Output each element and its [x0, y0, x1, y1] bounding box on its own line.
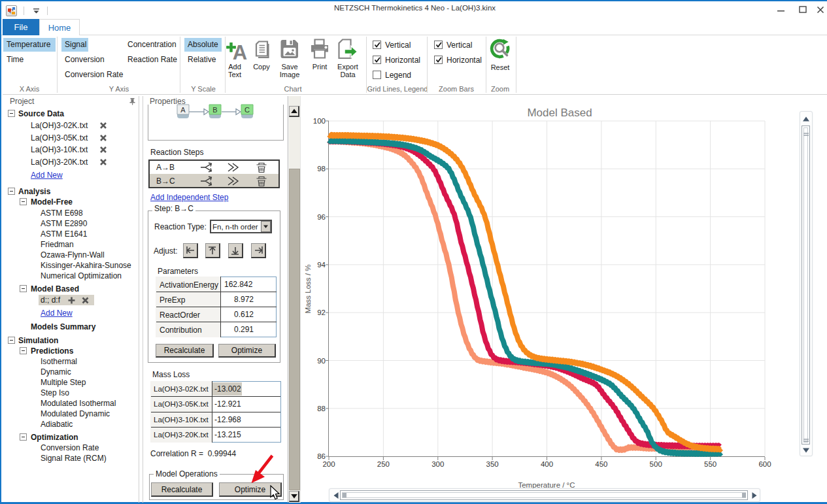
svg-text:90: 90 — [317, 357, 326, 365]
svg-text:550: 550 — [704, 460, 717, 468]
svg-text:500: 500 — [650, 460, 662, 468]
svg-text:88: 88 — [317, 405, 326, 412]
svg-text:600: 600 — [758, 460, 771, 468]
svg-text:98: 98 — [317, 165, 326, 173]
svg-text:C: C — [245, 106, 250, 114]
svg-text:A: A — [180, 106, 186, 114]
svg-text:450: 450 — [595, 460, 607, 468]
svg-text:Model Based: Model Based — [527, 107, 592, 119]
svg-text:92: 92 — [317, 309, 326, 316]
svg-text:94: 94 — [317, 261, 326, 269]
svg-text:86: 86 — [317, 452, 326, 460]
svg-text:300: 300 — [431, 460, 444, 468]
svg-text:96: 96 — [317, 213, 326, 221]
svg-text:250: 250 — [377, 460, 390, 468]
svg-text:A: A — [233, 41, 247, 61]
svg-text:100: 100 — [313, 117, 326, 125]
svg-text:B: B — [212, 106, 217, 114]
svg-text:350: 350 — [486, 460, 499, 468]
svg-text:400: 400 — [541, 460, 553, 468]
svg-text:200: 200 — [322, 460, 335, 468]
svg-text:Mass Loss / %: Mass Loss / % — [304, 265, 312, 314]
